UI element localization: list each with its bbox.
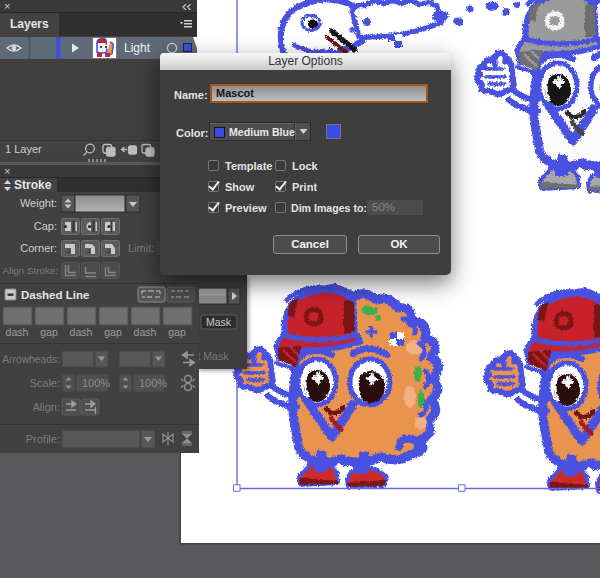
svg-text:Align Stroke:: Align Stroke: bbox=[2, 265, 58, 276]
svg-text:dash: dash bbox=[134, 326, 157, 338]
svg-text:Dashed Line: Dashed Line bbox=[21, 289, 89, 301]
svg-text:Light: Light bbox=[124, 41, 151, 55]
svg-text:dash: dash bbox=[70, 326, 93, 338]
svg-text:Weight:: Weight: bbox=[20, 197, 57, 209]
svg-text:t Mask: t Mask bbox=[198, 350, 230, 362]
svg-text:gap: gap bbox=[168, 326, 186, 338]
svg-text:100%: 100% bbox=[139, 377, 167, 389]
svg-text:gap: gap bbox=[104, 326, 122, 338]
svg-text:Scale:: Scale: bbox=[29, 377, 60, 389]
svg-text:dash: dash bbox=[6, 326, 29, 338]
svg-text:Align:: Align: bbox=[32, 401, 60, 413]
svg-text:Corner:: Corner: bbox=[20, 242, 57, 254]
svg-text:100%: 100% bbox=[82, 377, 110, 389]
svg-text:Limit:: Limit: bbox=[128, 242, 154, 254]
svg-text:Arrowheads:: Arrowheads: bbox=[2, 354, 60, 365]
svg-text:gap: gap bbox=[40, 326, 58, 338]
svg-text:Profile:: Profile: bbox=[26, 433, 60, 445]
svg-text:Cap:: Cap: bbox=[34, 220, 57, 232]
svg-text:Mask: Mask bbox=[206, 316, 232, 328]
